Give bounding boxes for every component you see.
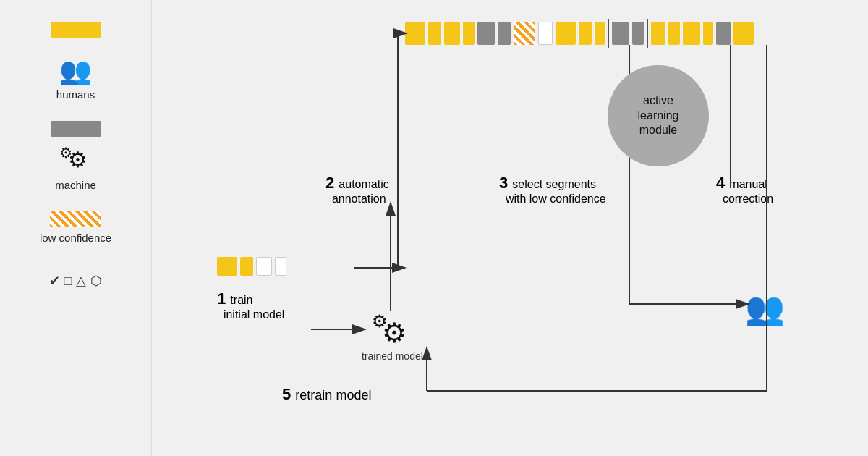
people-destination: 👥 xyxy=(745,290,785,327)
lowconf-rect xyxy=(50,211,101,227)
seg-y1 xyxy=(405,22,425,45)
legend-yellow xyxy=(51,22,101,38)
legend-panel: 👥 humans ⚙ ⚙ machine low confidence ✔ □ … xyxy=(0,0,152,456)
seg-y2 xyxy=(428,22,441,45)
yellow-rect xyxy=(51,22,101,38)
hexagon-icon: ⬡ xyxy=(90,273,102,289)
seg-w1 xyxy=(538,22,553,45)
seg-g1 xyxy=(477,22,495,45)
step-3-text: select segments with low confidence xyxy=(499,178,606,205)
gray-rect xyxy=(51,121,101,137)
legend-icons-row: ✔ □ △ ⬡ xyxy=(49,273,103,289)
alm-label: activelearningmodule xyxy=(638,93,679,138)
step-2-number: 2 xyxy=(326,174,339,192)
small-seg-y1 xyxy=(217,257,237,276)
triangle-icon: △ xyxy=(76,273,86,289)
step-1-container: 1 train initial model xyxy=(217,290,284,321)
seg-y6 xyxy=(579,22,592,45)
seg-y7 xyxy=(595,22,605,45)
square-icon: □ xyxy=(64,274,72,289)
small-seg-w2 xyxy=(275,257,286,276)
step-2-container: 2 automatic annotation xyxy=(326,174,389,206)
step-5-text: retrain model xyxy=(295,388,371,402)
trained-model-gears: ⚙ ⚙ xyxy=(370,311,414,347)
seg-y3 xyxy=(444,22,460,45)
people-icon: 👥 xyxy=(745,290,785,326)
humans-label: humans xyxy=(56,88,95,101)
active-learning-module: activelearningmodule xyxy=(608,65,709,166)
seg-g3 xyxy=(612,22,629,45)
machine-label: machine xyxy=(55,179,96,191)
lowconf-label: low confidence xyxy=(40,232,111,244)
divider-2 xyxy=(647,19,648,48)
small-seg-y2 xyxy=(240,257,253,276)
seg-y11 xyxy=(703,22,713,45)
arrows-overlay xyxy=(152,0,868,456)
step-5-number: 5 xyxy=(282,385,295,403)
machine-icon-container: ⚙ ⚙ xyxy=(58,144,94,174)
seg-y9 xyxy=(668,22,680,45)
seg-g4 xyxy=(632,22,644,45)
legend-machine: ⚙ ⚙ machine xyxy=(51,121,101,191)
gear-small-icon: ⚙ xyxy=(59,144,72,161)
small-strip xyxy=(217,257,286,276)
step-4-number: 4 xyxy=(716,174,729,192)
step-3-number: 3 xyxy=(499,174,512,192)
check-icon: ✔ xyxy=(49,273,60,289)
humans-icon: 👥 xyxy=(59,58,92,84)
trained-model: ⚙ ⚙ trained model xyxy=(362,311,423,362)
step-1-number: 1 xyxy=(217,290,230,308)
step-5-container: 5 retrain model xyxy=(282,385,371,404)
step-3-container: 3 select segments with low confidence xyxy=(499,174,606,206)
seg-g5 xyxy=(716,22,731,45)
seg-lc1 xyxy=(514,22,535,45)
trained-model-label: trained model xyxy=(362,350,423,362)
legend-lowconf: low confidence xyxy=(40,211,111,244)
main-diagram: activelearningmodule 2 automatic annotat… xyxy=(152,0,868,456)
trained-model-gear-small: ⚙ xyxy=(372,311,388,332)
legend-humans: 👥 humans xyxy=(56,58,95,101)
segment-strip-top xyxy=(405,20,839,46)
small-seg-w1 xyxy=(256,257,272,276)
seg-y5 xyxy=(556,22,576,45)
seg-y12 xyxy=(733,22,754,45)
seg-y10 xyxy=(683,22,700,45)
seg-y4 xyxy=(463,22,475,45)
seg-y8 xyxy=(651,22,665,45)
step-4-container: 4 manual correction xyxy=(716,174,773,206)
seg-g2 xyxy=(498,22,511,45)
divider-1 xyxy=(608,19,609,48)
